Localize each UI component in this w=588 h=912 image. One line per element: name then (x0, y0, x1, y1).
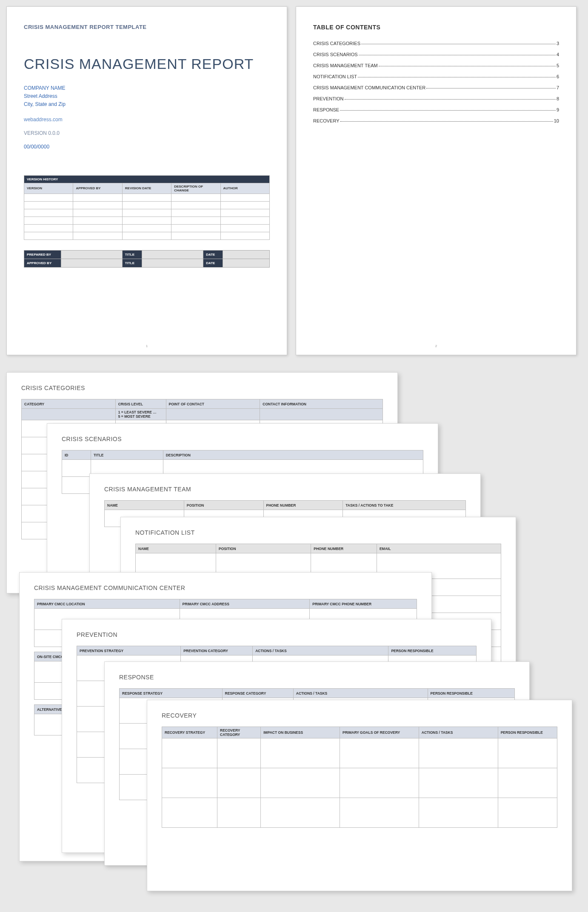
col-id: ID (62, 450, 91, 460)
col-rec-goals: PRIMARY GOALS OF RECOVERY (340, 727, 419, 738)
col-crisis-level: CRISIS LEVEL (115, 399, 166, 409)
title-label-2: TITLE (122, 259, 142, 267)
col-category: CATEGORY (22, 399, 116, 409)
heading-prevention: PREVENTION (77, 631, 477, 638)
title-label-1: TITLE (122, 250, 142, 259)
date-label-2: DATE (203, 259, 223, 267)
toc-label: NOTIFICATION LIST (313, 74, 357, 79)
sub-level: 1 = LEAST SEVERE …5 = MOST SEVERE (115, 409, 166, 420)
toc-page: 3 (557, 41, 559, 46)
col-resp-actions: ACTIONS / TASKS (293, 689, 428, 698)
toc-page: 9 (557, 107, 559, 112)
toc-list: CRISIS CATEGORIES3 CRISIS SCENARIOS4 CRI… (313, 41, 559, 123)
toc-page: 10 (554, 118, 559, 123)
toc-row: CRISIS SCENARIOS4 (313, 52, 559, 57)
toc-row: PREVENTION8 (313, 96, 559, 101)
company-name: COMPANY NAME (24, 84, 270, 92)
toc-label: CRISIS MANAGEMENT TEAM (313, 63, 378, 68)
version-text: VERSION 0.0.0 (24, 130, 270, 136)
col-phone: PHONE NUMBER (263, 501, 343, 510)
col-name: NAME (136, 544, 216, 553)
approved-by-label: APPROVED BY (24, 259, 61, 267)
col-contact: POINT OF CONTACT (166, 399, 260, 409)
prepared-by-label: PREPARED BY (24, 250, 61, 259)
approved-by-value (61, 259, 122, 267)
page-recovery: RECOVERY RECOVERY STRATEGY RECOVERY CATE… (147, 700, 572, 891)
col-rec-person: PERSON RESPONSIBLE (498, 727, 557, 738)
toc-label: PREVENTION (313, 96, 344, 101)
vh-col-version: VERSION (24, 183, 73, 194)
col-email: EMAIL (377, 544, 501, 553)
toc-row: CRISIS MANAGEMENT COMMUNICATION CENTER7 (313, 85, 559, 90)
heading-recovery: RECOVERY (162, 712, 557, 719)
date-value-1 (223, 250, 270, 259)
col-rec-strategy: RECOVERY STRATEGY (162, 727, 217, 738)
date-value-2 (223, 259, 270, 267)
col-prev-person: PERSON RESPONSIBLE (388, 646, 477, 656)
vh-col-desc: DESCRIPTION OF CHANGE (171, 183, 220, 194)
toc-row: CRISIS CATEGORIES3 (313, 41, 559, 46)
col-position: POSITION (216, 544, 311, 553)
table-recovery: RECOVERY STRATEGY RECOVERY CATEGORY IMPA… (162, 727, 557, 828)
date-text: 00/00/0000 (24, 144, 270, 150)
col-name: NAME (105, 501, 184, 510)
street-address: Street Address (24, 92, 270, 100)
col-title: TITLE (91, 450, 163, 460)
col-prev-actions: ACTIONS / TASKS (253, 646, 388, 656)
col-resp-category: RESPONSE CATEGORY (222, 689, 293, 698)
heading-notification: NOTIFICATION LIST (135, 529, 501, 536)
toc-page: 4 (557, 52, 559, 57)
toc-label: RECOVERY (313, 118, 340, 123)
web-address: webaddress.com (24, 117, 270, 123)
col-prev-strategy: PREVENTION STRATEGY (77, 646, 181, 656)
vh-col-author: AUTHOR (220, 183, 269, 194)
col-phone: PHONE NUMBER (311, 544, 377, 553)
col-cmcc-loc: PRIMARY CMCC LOCATION (34, 599, 180, 609)
toc-label: RESPONSE (313, 107, 339, 112)
toc-label: CRISIS CATEGORIES (313, 41, 360, 46)
page-number-2: 2 (296, 344, 576, 348)
toc-row: CRISIS MANAGEMENT TEAM5 (313, 63, 559, 68)
col-tasks: TASKS / ACTIONS TO TAKE (343, 501, 466, 510)
col-resp-strategy: RESPONSE STRATEGY (120, 689, 223, 698)
city-state-zip: City, State and Zip (24, 100, 270, 108)
prepared-by-value (61, 250, 122, 259)
signature-table: PREPARED BY TITLE DATE APPROVED BY TITLE… (24, 250, 270, 268)
heading-cmcc: CRISIS MANAGEMENT COMMUNICATION CENTER (34, 584, 417, 591)
heading-response: RESPONSE (119, 674, 515, 681)
vh-title: VERSION HISTORY (24, 175, 270, 183)
page-number-1: 1 (7, 344, 287, 348)
toc-row: RESPONSE9 (313, 107, 559, 112)
doc-title: CRISIS MANAGEMENT REPORT (24, 56, 270, 72)
toc-label: CRISIS SCENARIOS (313, 52, 358, 57)
heading-scenarios: CRISIS SCENARIOS (62, 436, 423, 442)
col-rec-category: RECOVERY CATEGORY (217, 727, 261, 738)
col-cmcc-addr: PRIMARY CMCC ADDRESS (180, 599, 310, 609)
col-cmcc-phone: PRIMARY CMCC PHONE NUMBER (310, 599, 417, 609)
vh-col-revdate: REVISION DATE (122, 183, 171, 194)
col-contact-info: CONTACT INFORMATION (260, 399, 383, 409)
col-resp-person: PERSON RESPONSIBLE (428, 689, 514, 698)
toc-page: 5 (557, 63, 559, 68)
toc-label: CRISIS MANAGEMENT COMMUNICATION CENTER (313, 85, 425, 90)
template-page-1: CRISIS MANAGEMENT REPORT TEMPLATE CRISIS… (6, 6, 287, 355)
col-rec-actions: ACTIONS / TASKS (419, 727, 498, 738)
toc-page: 6 (557, 74, 559, 79)
template-header: CRISIS MANAGEMENT REPORT TEMPLATE (24, 24, 270, 30)
date-label-1: DATE (203, 250, 223, 259)
heading-categories: CRISIS CATEGORIES (21, 385, 383, 391)
toc-title: TABLE OF CONTENTS (313, 24, 559, 31)
template-page-2: TABLE OF CONTENTS CRISIS CATEGORIES3 CRI… (296, 6, 577, 355)
toc-row: RECOVERY10 (313, 118, 559, 123)
toc-page: 7 (557, 85, 559, 90)
col-prev-category: PREVENTION CATEGORY (181, 646, 253, 656)
company-block: COMPANY NAME Street Address City, State … (24, 84, 270, 109)
vh-col-approved: APPROVED BY (73, 183, 122, 194)
version-history-table: VERSION HISTORY VERSION APPROVED BY REVI… (24, 175, 270, 240)
col-rec-impact: IMPACT ON BUSINESS (261, 727, 340, 738)
toc-page: 8 (557, 96, 559, 101)
heading-team: CRISIS MANAGEMENT TEAM (104, 486, 466, 493)
col-description: DESCRIPTION (163, 450, 423, 460)
col-position: POSITION (184, 501, 263, 510)
title-value-1 (142, 250, 203, 259)
